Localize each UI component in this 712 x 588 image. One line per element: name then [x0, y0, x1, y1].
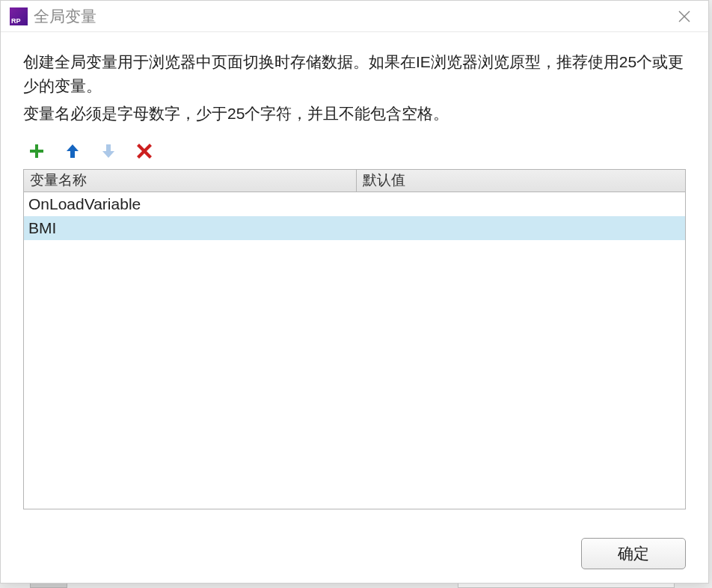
global-variables-dialog: RP 全局变量 创建全局变量用于浏览器中页面切换时存储数据。如果在IE浏览器浏览…: [0, 0, 709, 584]
add-icon: [28, 143, 45, 159]
app-icon-label: RP: [10, 17, 22, 25]
description-line-2: 变量名必须是字母数字，少于25个字符，并且不能包含空格。: [23, 102, 686, 126]
ok-button[interactable]: 确定: [581, 538, 686, 569]
app-icon: RP: [10, 7, 28, 25]
description-line-1: 创建全局变量用于浏览器中页面切换时存储数据。如果在IE浏览器浏览原型，推荐使用2…: [23, 50, 686, 97]
close-button[interactable]: [669, 1, 699, 31]
dialog-footer: 确定: [1, 524, 708, 583]
cell-variable-name: OnLoadVariable: [24, 194, 357, 215]
dialog-content: 创建全局变量用于浏览器中页面切换时存储数据。如果在IE浏览器浏览原型，推荐使用2…: [1, 32, 708, 524]
table-row[interactable]: OnLoadVariable: [24, 192, 685, 216]
move-up-icon: [64, 143, 81, 159]
move-up-button[interactable]: [62, 141, 83, 162]
column-header-name[interactable]: 变量名称: [24, 170, 357, 192]
svg-marker-4: [67, 144, 79, 158]
dialog-title: 全局变量: [34, 6, 669, 27]
cell-default-value: [357, 203, 685, 206]
add-button[interactable]: [26, 141, 47, 162]
delete-icon: [136, 143, 153, 159]
close-icon: [678, 10, 691, 23]
svg-marker-6: [137, 144, 152, 159]
titlebar: RP 全局变量: [1, 1, 708, 32]
cell-default-value: [357, 227, 685, 230]
svg-rect-3: [30, 150, 43, 153]
column-header-default[interactable]: 默认值: [357, 170, 670, 192]
table-body: OnLoadVariable BMI: [24, 192, 685, 509]
column-header-spacer: [670, 170, 685, 192]
svg-marker-5: [102, 144, 114, 158]
toolbar: [23, 130, 686, 169]
delete-button[interactable]: [134, 141, 155, 162]
variables-table: 变量名称 默认值 OnLoadVariable BMI: [23, 169, 686, 510]
table-header: 变量名称 默认值: [24, 170, 685, 192]
table-row[interactable]: BMI: [24, 216, 685, 240]
cell-variable-name: BMI: [24, 218, 357, 239]
move-down-icon: [100, 143, 117, 159]
move-down-button: [98, 141, 119, 162]
